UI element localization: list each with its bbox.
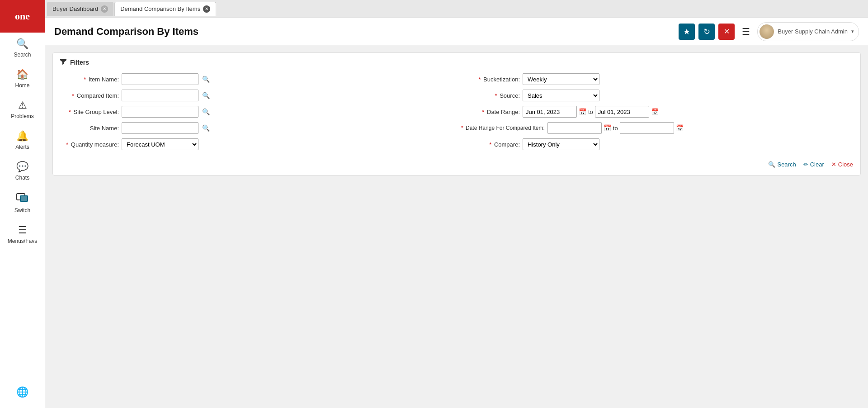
- to-text-2: to: [613, 125, 618, 132]
- refresh-button[interactable]: ↻: [698, 24, 715, 40]
- filter-row-date-range-compared: * Date Range For Compared Item: 📅 to 📅: [461, 122, 853, 134]
- tab-bar: Buyer Dashboard ✕ Demand Comparison By I…: [45, 0, 868, 18]
- filter-grid: * Item Name: 🔍 * Compared Item: 🔍: [60, 73, 853, 150]
- date-range-compared-from-input[interactable]: [547, 122, 602, 134]
- sidebar-item-label: Chats: [15, 175, 29, 181]
- sidebar-item-search[interactable]: 🔍 Search: [0, 33, 45, 63]
- item-name-search-icon[interactable]: 🔍: [201, 76, 211, 83]
- date-range-from-input[interactable]: [523, 106, 577, 118]
- main-content: Buyer Dashboard ✕ Demand Comparison By I…: [45, 0, 868, 408]
- date-range-to-calendar[interactable]: 📅: [651, 108, 659, 115]
- avatar: [760, 24, 774, 39]
- page-content: Filters * Item Name: 🔍: [45, 45, 868, 408]
- site-group-search-icon[interactable]: 🔍: [201, 108, 211, 115]
- tab-close-buyer-dashboard[interactable]: ✕: [101, 5, 108, 13]
- chat-icon: 💬: [16, 161, 28, 173]
- search-label: Search: [777, 161, 796, 168]
- app-logo: one: [0, 0, 45, 33]
- date-range-to-input[interactable]: [595, 106, 649, 118]
- menu-icon: ☰: [18, 224, 27, 236]
- chevron-down-icon: ▾: [851, 28, 854, 34]
- date-range-compared-to-input[interactable]: [620, 122, 674, 134]
- sidebar: one 🔍 Search 🏠 Home ⚠ Problems 🔔 Alerts …: [0, 0, 45, 408]
- sidebar-item-label: Search: [14, 52, 31, 58]
- site-name-label: Site Name:: [60, 125, 119, 132]
- favorite-button[interactable]: ★: [679, 24, 695, 40]
- svg-rect-2: [21, 196, 27, 201]
- bell-icon: 🔔: [16, 130, 28, 142]
- date-range-compared-inputs: 📅 to 📅: [547, 122, 684, 134]
- tab-close-demand-comparison[interactable]: ✕: [203, 5, 210, 13]
- site-name-input[interactable]: [122, 122, 198, 134]
- compared-item-input[interactable]: [122, 90, 198, 101]
- date-range-label: * Date Range:: [461, 109, 520, 115]
- compared-item-label: * Compared Item:: [60, 92, 119, 99]
- compare-select[interactable]: History Only Forecast Only Both: [523, 138, 599, 150]
- clear-icon: ✏: [803, 161, 808, 168]
- sidebar-item-label: Menus/Favs: [8, 238, 37, 244]
- sidebar-item-label: Switch: [14, 207, 30, 213]
- close-filters-icon: ✕: [831, 161, 836, 168]
- globe-icon: 🌐: [16, 386, 28, 398]
- bucketization-select[interactable]: Weekly Daily Monthly: [523, 73, 599, 85]
- close-label: Close: [838, 161, 853, 168]
- filter-right-col: * Bucketization: Weekly Daily Monthly *: [461, 73, 853, 150]
- site-name-search-icon[interactable]: 🔍: [201, 124, 211, 132]
- clear-button[interactable]: ✏ Clear: [803, 161, 824, 168]
- filter-row-site-name: Site Name: 🔍: [60, 122, 452, 134]
- header-actions: ★ ↻ ✕ ☰ Buyer Supply Chain Admin ▾: [679, 22, 859, 41]
- filter-left-col: * Item Name: 🔍 * Compared Item: 🔍: [60, 73, 452, 150]
- user-name: Buyer Supply Chain Admin: [778, 28, 848, 35]
- date-range-compared-from-calendar[interactable]: 📅: [604, 124, 611, 132]
- date-range-compared-to-calendar[interactable]: 📅: [676, 124, 684, 132]
- close-icon: ✕: [724, 27, 730, 36]
- close-page-button[interactable]: ✕: [718, 24, 735, 40]
- tab-demand-comparison[interactable]: Demand Comparison By Items ✕: [114, 2, 216, 16]
- filter-row-item-name: * Item Name: 🔍: [60, 73, 452, 85]
- search-icon: 🔍: [16, 38, 28, 50]
- clear-label: Clear: [810, 161, 824, 168]
- date-range-from-calendar[interactable]: 📅: [579, 108, 586, 115]
- search-button[interactable]: 🔍 Search: [768, 161, 796, 168]
- item-name-label: * Item Name:: [60, 76, 119, 83]
- sidebar-item-home[interactable]: 🏠 Home: [0, 63, 45, 94]
- filter-row-bucketization: * Bucketization: Weekly Daily Monthly: [461, 73, 853, 85]
- user-dropdown[interactable]: Buyer Supply Chain Admin ▾: [757, 22, 859, 41]
- item-name-input[interactable]: [122, 73, 198, 85]
- source-label: * Source:: [461, 92, 520, 99]
- tab-buyer-dashboard[interactable]: Buyer Dashboard ✕: [47, 2, 113, 16]
- date-range-compared-label: * Date Range For Compared Item:: [461, 125, 545, 131]
- filter-title: Filters: [70, 59, 89, 66]
- sidebar-item-menus[interactable]: ☰ Menus/Favs: [0, 219, 45, 250]
- filter-row-quantity-measure: * Quantity measure: Forecast UOM Base UO…: [60, 138, 452, 150]
- search-action-icon: 🔍: [768, 161, 775, 168]
- menu-button[interactable]: ☰: [738, 26, 754, 37]
- date-range-inputs: 📅 to 📅: [523, 106, 659, 118]
- site-group-input[interactable]: [122, 106, 198, 118]
- page-title: Demand Comparison By Items: [54, 26, 679, 38]
- compared-item-search-icon[interactable]: 🔍: [201, 92, 211, 99]
- filter-row-source: * Source: Sales Orders Both: [461, 90, 853, 101]
- sidebar-item-globe[interactable]: 🌐: [0, 381, 45, 403]
- close-filters-button[interactable]: ✕ Close: [831, 161, 853, 168]
- hamburger-icon: ☰: [742, 27, 750, 37]
- sidebar-item-label: Problems: [11, 113, 34, 119]
- bucketization-label: * Bucketization:: [461, 76, 520, 83]
- source-select[interactable]: Sales Orders Both: [523, 90, 599, 101]
- compare-label: * Compare:: [461, 141, 520, 148]
- filter-actions: 🔍 Search ✏ Clear ✕ Close: [60, 157, 853, 168]
- sidebar-item-chats[interactable]: 💬 Chats: [0, 156, 45, 186]
- filter-row-site-group: * Site Group Level: 🔍: [60, 106, 452, 118]
- sidebar-item-switch[interactable]: Switch: [0, 186, 45, 219]
- sidebar-item-alerts[interactable]: 🔔 Alerts: [0, 125, 45, 156]
- sidebar-item-problems[interactable]: ⚠ Problems: [0, 94, 45, 125]
- refresh-icon: ↻: [703, 27, 710, 37]
- site-group-label: * Site Group Level:: [60, 109, 119, 115]
- sidebar-item-label: Home: [15, 82, 29, 89]
- filter-icon: [60, 58, 66, 66]
- home-icon: 🏠: [16, 69, 28, 81]
- page-header: Demand Comparison By Items ★ ↻ ✕ ☰ Buyer…: [45, 18, 868, 45]
- to-text-1: to: [588, 109, 593, 115]
- quantity-measure-select[interactable]: Forecast UOM Base UOM Order UOM: [122, 138, 198, 150]
- star-icon: ★: [683, 27, 690, 37]
